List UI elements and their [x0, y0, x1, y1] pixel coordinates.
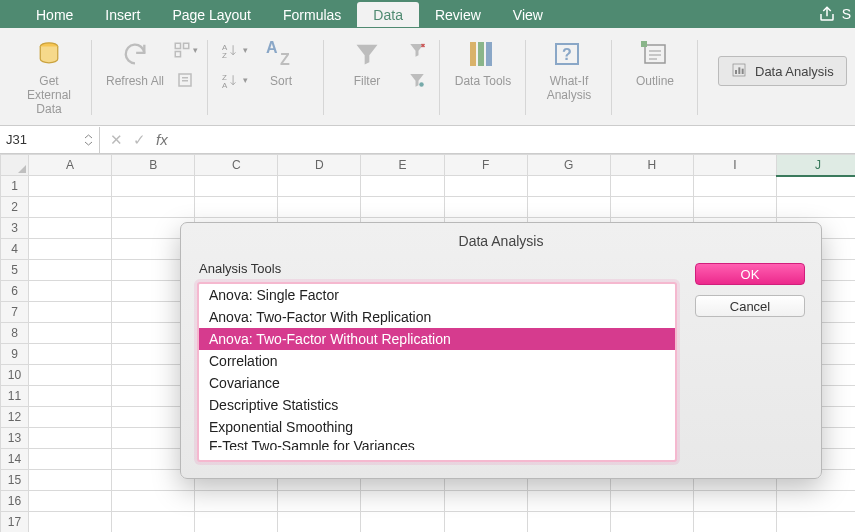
analysis-tool-item[interactable]: Covariance [199, 372, 675, 394]
row-header[interactable]: 8 [1, 323, 29, 344]
name-box-stepper-icon[interactable] [84, 133, 93, 147]
what-if-analysis-button[interactable]: ? What-If Analysis [536, 34, 602, 102]
cell[interactable] [29, 386, 112, 407]
cell[interactable] [29, 407, 112, 428]
cell[interactable] [29, 302, 112, 323]
accept-formula-icon[interactable]: ✓ [133, 131, 146, 149]
cell[interactable] [361, 491, 444, 512]
col-header-D[interactable]: D [278, 155, 361, 176]
row-header[interactable]: 3 [1, 218, 29, 239]
cell[interactable] [278, 512, 361, 533]
cell[interactable] [29, 428, 112, 449]
cell[interactable] [693, 176, 776, 197]
row-header[interactable]: 9 [1, 344, 29, 365]
analysis-tool-item[interactable]: Anova: Two-Factor Without Replication [199, 328, 675, 350]
cell[interactable] [29, 176, 112, 197]
cell[interactable] [693, 512, 776, 533]
share-icon[interactable] [818, 5, 836, 23]
row-header[interactable]: 1 [1, 176, 29, 197]
row-header[interactable]: 17 [1, 512, 29, 533]
cell[interactable] [29, 323, 112, 344]
sort-button[interactable]: AZ Sort [248, 34, 314, 102]
row-header[interactable]: 6 [1, 281, 29, 302]
analysis-tool-item[interactable]: Correlation [199, 350, 675, 372]
cell[interactable] [278, 491, 361, 512]
cell[interactable] [29, 218, 112, 239]
row-header[interactable]: 12 [1, 407, 29, 428]
col-header-G[interactable]: G [527, 155, 610, 176]
row-header[interactable]: 2 [1, 197, 29, 218]
cell[interactable] [693, 197, 776, 218]
cell[interactable] [776, 197, 855, 218]
advanced-filter-button[interactable] [404, 68, 430, 92]
cell[interactable] [112, 197, 195, 218]
col-header-J[interactable]: J [776, 155, 855, 176]
cell[interactable] [527, 512, 610, 533]
analysis-tool-item[interactable]: Exponential Smoothing [199, 416, 675, 438]
row-header[interactable]: 13 [1, 428, 29, 449]
row-header[interactable]: 10 [1, 365, 29, 386]
formula-input[interactable] [178, 128, 855, 152]
clear-filter-button[interactable] [404, 38, 430, 62]
cell[interactable] [29, 281, 112, 302]
cell[interactable] [361, 512, 444, 533]
tab-review[interactable]: Review [419, 2, 497, 27]
tab-data[interactable]: Data [357, 2, 419, 27]
analysis-tool-item[interactable]: Anova: Single Factor [199, 284, 675, 306]
cell[interactable] [29, 260, 112, 281]
fx-icon[interactable]: fx [156, 131, 168, 148]
refresh-all-button[interactable]: Refresh All [102, 34, 168, 102]
cell[interactable] [112, 491, 195, 512]
cell[interactable] [610, 512, 693, 533]
cell[interactable] [29, 197, 112, 218]
data-analysis-ribbon-button[interactable]: Data Analysis [718, 56, 847, 86]
sort-asc-button[interactable]: AZ▾ [222, 38, 248, 62]
col-header-E[interactable]: E [361, 155, 444, 176]
col-header-I[interactable]: I [693, 155, 776, 176]
connections-button[interactable]: ▾ [172, 38, 198, 62]
cell[interactable] [776, 491, 855, 512]
cell[interactable] [444, 197, 527, 218]
analysis-tool-item[interactable]: F-Test Two-Sample for Variances [199, 438, 675, 450]
filter-button[interactable]: Filter [334, 34, 400, 102]
cell[interactable] [527, 176, 610, 197]
row-header[interactable]: 5 [1, 260, 29, 281]
cancel-button[interactable]: Cancel [695, 295, 805, 317]
cell[interactable] [444, 512, 527, 533]
cell[interactable] [29, 491, 112, 512]
cell[interactable] [195, 176, 278, 197]
cell[interactable] [527, 197, 610, 218]
name-box[interactable]: J31 [0, 127, 100, 153]
properties-button[interactable] [172, 68, 198, 92]
cell[interactable] [29, 239, 112, 260]
tab-formulas[interactable]: Formulas [267, 2, 357, 27]
cell[interactable] [195, 491, 278, 512]
cell[interactable] [278, 176, 361, 197]
cell[interactable] [112, 512, 195, 533]
cell[interactable] [776, 176, 855, 197]
ok-button[interactable]: OK [695, 263, 805, 285]
cell[interactable] [693, 491, 776, 512]
cell[interactable] [278, 197, 361, 218]
analysis-tool-item[interactable]: Anova: Two-Factor With Replication [199, 306, 675, 328]
sort-desc-button[interactable]: ZA▾ [222, 68, 248, 92]
cell[interactable] [361, 197, 444, 218]
analysis-tools-list[interactable]: Anova: Single FactorAnova: Two-Factor Wi… [197, 282, 677, 462]
select-all-corner[interactable] [1, 155, 29, 176]
cell[interactable] [195, 197, 278, 218]
cell[interactable] [29, 470, 112, 491]
col-header-F[interactable]: F [444, 155, 527, 176]
tab-insert[interactable]: Insert [89, 2, 156, 27]
row-header[interactable]: 14 [1, 449, 29, 470]
outline-button[interactable]: Outline [622, 34, 688, 102]
cell[interactable] [29, 512, 112, 533]
data-tools-button[interactable]: Data Tools [450, 34, 516, 102]
cell[interactable] [610, 176, 693, 197]
cell[interactable] [29, 449, 112, 470]
row-header[interactable]: 15 [1, 470, 29, 491]
row-header[interactable]: 4 [1, 239, 29, 260]
tab-home[interactable]: Home [20, 2, 89, 27]
cell[interactable] [444, 176, 527, 197]
cell[interactable] [610, 197, 693, 218]
col-header-B[interactable]: B [112, 155, 195, 176]
